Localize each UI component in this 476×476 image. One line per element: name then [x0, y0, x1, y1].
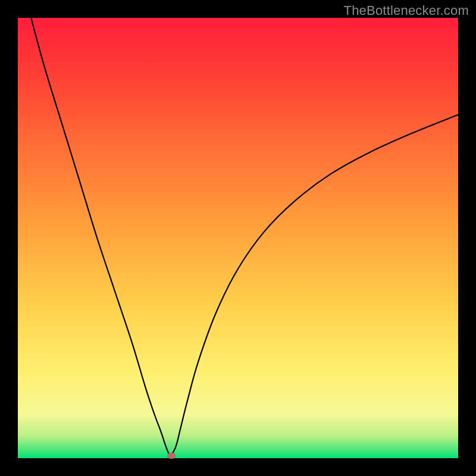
- chart-svg: [18, 18, 458, 458]
- watermark-text: TheBottlenecker.com: [344, 3, 469, 18]
- gradient-background: [18, 18, 458, 458]
- optimum-marker: [167, 453, 176, 459]
- chart-frame: [18, 18, 458, 458]
